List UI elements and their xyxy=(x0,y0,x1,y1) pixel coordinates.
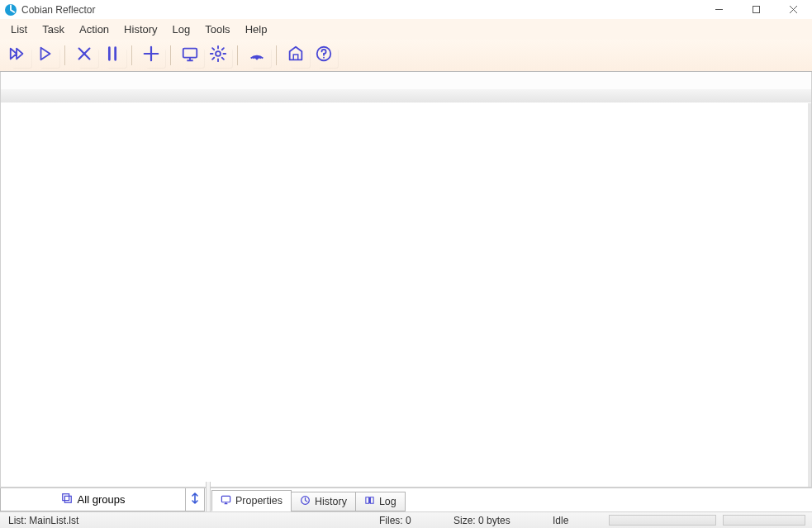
menu-log[interactable]: Log xyxy=(165,21,198,37)
properties-icon xyxy=(221,494,231,507)
log-icon xyxy=(364,495,375,508)
sort-updown-icon xyxy=(190,492,200,507)
remote-button[interactable] xyxy=(245,44,269,67)
tab-history[interactable]: History xyxy=(291,492,356,511)
sort-toggle-button[interactable] xyxy=(186,488,205,511)
title-bar: Cobian Reflector xyxy=(0,0,812,19)
menu-bar: List Task Action History Log Tools Help xyxy=(0,19,812,40)
desktop-icon xyxy=(181,45,199,66)
panel-tabs: Properties History Log xyxy=(210,488,812,511)
groups-label: All groups xyxy=(78,493,126,506)
svg-rect-0 xyxy=(753,7,760,13)
tab-label: Log xyxy=(379,496,397,507)
run-all-icon xyxy=(8,45,26,66)
status-size: Size: 0 bytes xyxy=(449,515,548,526)
tab-label: Properties xyxy=(235,495,283,507)
tab-log[interactable]: Log xyxy=(355,492,406,511)
history-icon xyxy=(300,495,311,508)
status-list: List: MainList.lst xyxy=(3,515,83,526)
vertical-splitter[interactable] xyxy=(205,488,210,511)
stop-button[interactable] xyxy=(72,44,97,67)
decrypt-button[interactable] xyxy=(283,44,308,67)
status-files: Files: 0 xyxy=(374,515,449,526)
bottom-panel-row: All groups Properties History Log xyxy=(0,488,812,511)
groups-icon xyxy=(61,492,73,507)
new-task-button[interactable] xyxy=(139,44,164,67)
menu-list[interactable]: List xyxy=(3,21,35,37)
svg-rect-1 xyxy=(183,49,197,58)
toolbar-separator xyxy=(64,45,65,65)
settings-icon xyxy=(209,45,227,66)
status-state: Idle xyxy=(548,515,605,526)
remote-icon xyxy=(248,45,266,66)
status-progress-1 xyxy=(609,515,716,526)
minimize-button[interactable] xyxy=(700,0,738,19)
help-button[interactable] xyxy=(311,44,336,67)
tab-label: History xyxy=(315,496,347,507)
run-all-button[interactable] xyxy=(5,44,30,67)
menu-action[interactable]: Action xyxy=(72,21,116,37)
svg-point-5 xyxy=(323,57,325,59)
run-selected-button[interactable] xyxy=(33,44,58,67)
window-title: Cobian Reflector xyxy=(21,4,95,16)
settings-button[interactable] xyxy=(206,44,230,67)
menu-history[interactable]: History xyxy=(116,21,164,37)
svg-point-2 xyxy=(216,51,221,56)
task-list-header-blank xyxy=(1,72,811,88)
pause-button[interactable] xyxy=(100,44,125,67)
workspace xyxy=(0,71,812,488)
menu-task[interactable]: Task xyxy=(35,21,72,37)
vertical-scrollbar[interactable] xyxy=(808,103,811,487)
toolbar xyxy=(0,40,812,71)
menu-tools[interactable]: Tools xyxy=(197,21,237,37)
status-progress-2 xyxy=(723,515,805,526)
help-icon xyxy=(315,45,333,66)
groups-dropdown[interactable]: All groups xyxy=(0,488,186,511)
svg-rect-8 xyxy=(221,496,230,502)
maximize-button[interactable] xyxy=(738,0,775,19)
new-task-icon xyxy=(142,45,160,66)
svg-rect-7 xyxy=(64,496,71,502)
toolbar-separator xyxy=(276,45,277,65)
decrypt-icon xyxy=(287,45,305,66)
run-selected-icon xyxy=(36,45,55,66)
toolbar-separator xyxy=(131,45,132,65)
interface-button[interactable] xyxy=(178,44,202,67)
status-bar: List: MainList.lst Files: 0 Size: 0 byte… xyxy=(0,511,812,528)
svg-rect-6 xyxy=(62,494,69,501)
tab-properties[interactable]: Properties xyxy=(211,490,292,511)
app-icon xyxy=(5,4,17,16)
task-list-body[interactable] xyxy=(1,103,811,487)
pause-icon xyxy=(103,45,121,66)
menu-help[interactable]: Help xyxy=(238,21,275,37)
stop-icon xyxy=(75,45,93,66)
close-button[interactable] xyxy=(775,0,812,19)
task-list-columns-header[interactable] xyxy=(1,88,811,103)
toolbar-separator xyxy=(237,45,238,65)
task-list-panel xyxy=(0,72,812,488)
svg-point-3 xyxy=(256,57,259,59)
toolbar-separator xyxy=(170,45,171,65)
